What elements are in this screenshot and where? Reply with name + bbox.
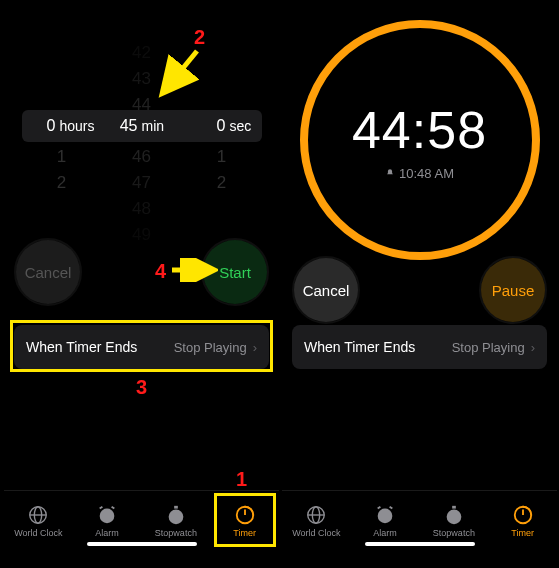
timer-setup-screen: 1 2 42 43 44 46 47 48 49 1 2 0hours 45mi… — [4, 0, 279, 550]
tab-world-clock[interactable]: World Clock — [282, 491, 351, 550]
start-label: Start — [219, 264, 251, 281]
cancel-label: Cancel — [303, 282, 350, 299]
svg-point-3 — [100, 508, 115, 523]
globe-icon — [305, 504, 327, 526]
home-indicator[interactable] — [365, 542, 475, 546]
tab-label: Timer — [511, 528, 534, 538]
bell-icon — [385, 168, 395, 178]
tab-label: Alarm — [373, 528, 397, 538]
end-time: 10:48 AM — [385, 166, 454, 181]
cancel-button[interactable]: Cancel — [16, 240, 80, 304]
tab-bar: World Clock Alarm Stopwatch Timer — [282, 490, 557, 550]
countdown-ring: 44:58 10:48 AM — [300, 20, 540, 260]
globe-icon — [27, 504, 49, 526]
tab-label: Stopwatch — [155, 528, 197, 538]
tab-label: World Clock — [292, 528, 340, 538]
cancel-button[interactable]: Cancel — [294, 258, 358, 322]
alarm-icon — [96, 504, 118, 526]
end-time-label: 10:48 AM — [399, 166, 454, 181]
annotation-arrow-4 — [168, 258, 218, 282]
when-timer-ends-row[interactable]: When Timer Ends Stop Playing› — [292, 325, 547, 369]
svg-point-11 — [447, 509, 462, 524]
tab-label: World Clock — [14, 528, 62, 538]
home-indicator[interactable] — [87, 542, 197, 546]
chevron-right-icon: › — [531, 340, 535, 355]
svg-point-10 — [378, 508, 393, 523]
annotation-box-3 — [10, 320, 273, 372]
pause-button[interactable]: Pause — [481, 258, 545, 322]
timer-running-screen: 44:58 10:48 AM Cancel Pause When Timer E… — [282, 0, 557, 550]
cancel-label: Cancel — [25, 264, 72, 281]
alarm-icon — [374, 504, 396, 526]
tab-label: Alarm — [95, 528, 119, 538]
tab-world-clock[interactable]: World Clock — [4, 491, 73, 550]
annotation-arrow-2 — [155, 45, 205, 100]
duration-picker[interactable]: 1 2 42 43 44 46 47 48 49 1 2 0hours 45mi… — [22, 40, 262, 210]
svg-rect-12 — [452, 505, 456, 508]
svg-point-4 — [169, 509, 184, 524]
svg-rect-5 — [174, 505, 178, 508]
stopwatch-icon — [443, 504, 465, 526]
tab-label: Stopwatch — [433, 528, 475, 538]
when-timer-ends-value: Stop Playing — [452, 340, 525, 355]
svg-line-14 — [165, 51, 197, 90]
pause-label: Pause — [492, 282, 535, 299]
when-timer-ends-label: When Timer Ends — [304, 339, 415, 355]
time-remaining: 44:58 — [352, 100, 487, 160]
tab-timer[interactable]: Timer — [488, 491, 557, 550]
timer-icon — [512, 504, 534, 526]
annotation-box-1 — [214, 493, 276, 547]
stopwatch-icon — [165, 504, 187, 526]
